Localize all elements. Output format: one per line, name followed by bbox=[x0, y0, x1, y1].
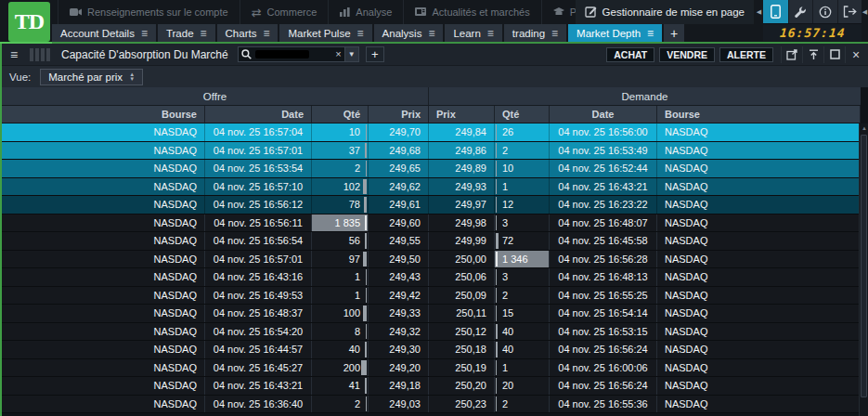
layout-manager-button[interactable]: Gestionnaire de mise en page bbox=[576, 0, 754, 24]
table-row[interactable]: NASDAQ04 nov. 25 16:44:5740249,30250,184… bbox=[2, 341, 861, 359]
add-tab-button[interactable]: + bbox=[664, 24, 684, 42]
depth-bar bbox=[496, 269, 497, 285]
tab-menu-icon[interactable]: ≡ bbox=[201, 29, 207, 38]
transfer-icon: ⇄ bbox=[252, 6, 262, 20]
add-symbol-button[interactable]: + bbox=[366, 46, 384, 62]
depth-bar bbox=[496, 324, 498, 340]
table-column-headers: Bourse Date Qté Prix Prix Qté Date Bours… bbox=[2, 106, 861, 124]
col-header-ask-qty[interactable]: Qté bbox=[495, 106, 550, 124]
panel-menu-icon[interactable]: ≡ bbox=[6, 47, 22, 62]
ask-date-cell: 04 nov. 25 16:56:24 bbox=[550, 341, 657, 358]
tab-market-depth[interactable]: Market Depth≡ bbox=[568, 24, 662, 42]
settings-wrench-button[interactable] bbox=[788, 0, 813, 23]
table-row[interactable]: NASDAQ04 nov. 25 16:56:111 835249,60249,… bbox=[2, 214, 861, 233]
tab-market-pulse[interactable]: Market Pulse≡ bbox=[279, 24, 371, 42]
symbol-search-input[interactable]: × bbox=[238, 46, 345, 62]
ask-exchange-cell: NASDAQ bbox=[657, 214, 861, 232]
depth-bar bbox=[366, 161, 367, 176]
ask-exchange-cell: NASDAQ bbox=[657, 251, 861, 268]
table-row[interactable]: NASDAQ04 nov. 25 16:57:0137249,68249,862… bbox=[2, 142, 861, 161]
symbol-dropdown-button[interactable]: ▼ bbox=[345, 46, 359, 62]
table-row[interactable]: NASDAQ04 nov. 25 16:57:0197249,50250,001… bbox=[2, 251, 861, 269]
depth-bar bbox=[496, 233, 499, 249]
tab-analysis[interactable]: Analysis≡ bbox=[374, 24, 444, 42]
tab-menu-icon[interactable]: ≡ bbox=[141, 29, 148, 38]
table-row[interactable]: NASDAQ04 nov. 25 16:49:531249,42250,0920… bbox=[2, 287, 861, 306]
tab-account-details[interactable]: Account Details≡ bbox=[52, 24, 156, 42]
close-icon[interactable]: × bbox=[845, 46, 866, 63]
ask-qty-cell: 3 bbox=[495, 268, 550, 286]
tab-menu-icon[interactable]: ≡ bbox=[551, 29, 558, 38]
bid-price-cell: 249,50 bbox=[369, 251, 429, 268]
tab-label: Market Pulse bbox=[288, 28, 350, 39]
bid-price-cell: 249,03 bbox=[369, 396, 429, 413]
menu-item-commerce[interactable]: ⇄ Commerce bbox=[240, 0, 330, 24]
table-row[interactable]: NASDAQ04 nov. 25 16:43:161249,43250,0630… bbox=[2, 268, 861, 287]
scrollbar-thumb[interactable] bbox=[861, 135, 867, 397]
bid-exchange-cell: NASDAQ bbox=[2, 178, 205, 196]
bid-exchange-cell: NASDAQ bbox=[2, 396, 205, 413]
tab-menu-icon[interactable]: ≡ bbox=[263, 29, 269, 38]
tab-menu-icon[interactable]: ≡ bbox=[428, 29, 434, 38]
table-row[interactable]: NASDAQ04 nov. 25 16:57:0410249,70249,842… bbox=[2, 124, 861, 142]
depth-bar bbox=[496, 161, 497, 176]
col-header-ask-date[interactable]: Date bbox=[550, 106, 657, 124]
table-row[interactable]: NASDAQ04 nov. 25 16:57:10102249,62249,93… bbox=[2, 178, 861, 197]
table-row[interactable]: NASDAQ04 nov. 25 16:53:542249,65249,8910… bbox=[2, 160, 861, 178]
depth-bar bbox=[366, 396, 367, 412]
menu-item-analyse[interactable]: Analyse bbox=[329, 0, 404, 24]
tab-menu-icon[interactable]: ≡ bbox=[647, 29, 654, 38]
tab-trading[interactable]: trading≡ bbox=[504, 24, 566, 42]
col-header-bid-date[interactable]: Date bbox=[205, 106, 312, 124]
bid-exchange-cell: NASDAQ bbox=[2, 268, 205, 286]
bid-qty-cell: 37 bbox=[312, 142, 369, 160]
view-dropdown[interactable]: Marché par prix ▲▼ bbox=[40, 69, 143, 85]
table-row[interactable]: NASDAQ04 nov. 25 16:43:2141249,18250,202… bbox=[2, 377, 861, 396]
clear-search-icon[interactable]: × bbox=[335, 49, 341, 59]
ask-exchange-cell: NASDAQ bbox=[657, 305, 861, 322]
tab-menu-icon[interactable]: ≡ bbox=[357, 29, 364, 38]
table-row[interactable]: NASDAQ04 nov. 25 16:56:5456249,55249,997… bbox=[2, 232, 861, 251]
buy-button[interactable]: ACHAT bbox=[606, 47, 654, 62]
maximize-icon[interactable] bbox=[823, 46, 845, 63]
table-row[interactable]: NASDAQ04 nov. 25 16:36:402249,03250,2320… bbox=[2, 396, 861, 414]
pin-to-top-icon[interactable] bbox=[802, 46, 823, 63]
ask-price-cell: 249,98 bbox=[429, 214, 495, 232]
bid-price-cell: 249,42 bbox=[369, 287, 429, 305]
alert-button[interactable]: ALERTE bbox=[719, 47, 773, 62]
collapse-left-icon[interactable]: ◀ bbox=[756, 8, 762, 16]
scroll-up-icon[interactable]: ▲ bbox=[860, 124, 868, 133]
ask-qty-cell: 1 bbox=[495, 178, 550, 196]
collapse-right-icon[interactable]: ◀ bbox=[862, 8, 868, 16]
ask-date-cell: 04 nov. 25 16:00:06 bbox=[550, 359, 657, 377]
market-depth-panel: ≡ Capacité D'absorption Du Marché × ▼ + … bbox=[0, 44, 868, 416]
ask-qty-cell: 1 bbox=[495, 359, 550, 377]
ask-exchange-cell: NASDAQ bbox=[657, 178, 861, 196]
col-header-bid-qty[interactable]: Qté bbox=[312, 106, 369, 124]
col-header-ask-price[interactable]: Prix bbox=[429, 106, 495, 124]
menu-item-news[interactable]: Actualités et marchés bbox=[404, 0, 541, 24]
bid-price-cell: 249,68 bbox=[369, 142, 429, 160]
info-button[interactable] bbox=[812, 0, 837, 23]
col-header-bid-exchange[interactable]: Bourse bbox=[2, 106, 205, 124]
tab-trade[interactable]: Trade≡ bbox=[158, 24, 215, 42]
drag-grip-icon[interactable] bbox=[30, 48, 50, 61]
col-header-bid-price[interactable]: Prix bbox=[369, 106, 429, 124]
table-row[interactable]: NASDAQ04 nov. 25 16:45:27200249,20250,19… bbox=[2, 359, 861, 378]
ask-group-header: Demande bbox=[429, 87, 861, 106]
tab-learn[interactable]: Learn≡ bbox=[445, 24, 501, 42]
popout-icon[interactable] bbox=[781, 46, 802, 63]
table-row[interactable]: NASDAQ04 nov. 25 16:48:37100249,33250,11… bbox=[2, 305, 861, 323]
ask-qty-cell: 12 bbox=[495, 196, 550, 214]
mobile-device-button[interactable] bbox=[763, 0, 788, 23]
sign-out-button[interactable] bbox=[837, 0, 862, 23]
tab-charts[interactable]: Charts≡ bbox=[217, 24, 279, 42]
sell-button[interactable]: VENDRE bbox=[659, 47, 715, 62]
vertical-scrollbar[interactable]: ▲ bbox=[859, 124, 868, 416]
table-row[interactable]: NASDAQ04 nov. 25 16:56:1278249,61249,971… bbox=[2, 196, 861, 214]
depth-bar bbox=[496, 306, 497, 321]
tab-menu-icon[interactable]: ≡ bbox=[487, 29, 494, 38]
col-header-ask-exchange[interactable]: Bourse bbox=[657, 106, 861, 124]
menu-item-account-info[interactable]: Renseignements sur le compte bbox=[58, 0, 240, 24]
table-row[interactable]: NASDAQ04 nov. 25 16:54:208249,32250,1240… bbox=[2, 323, 861, 342]
